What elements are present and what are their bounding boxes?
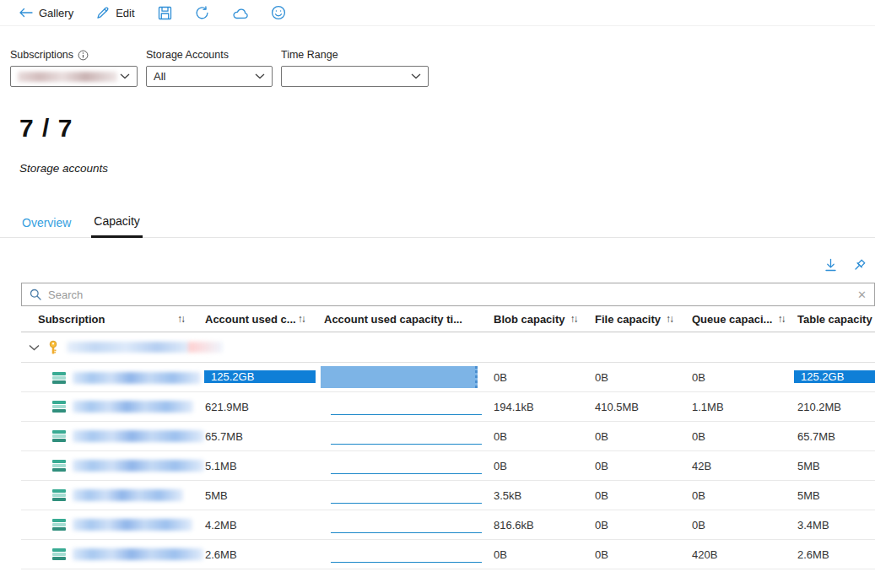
table-header-row: Subscription↑↓Account used c...↑↓Account… <box>21 306 875 332</box>
sort-icons[interactable]: ↑↓ <box>666 313 672 325</box>
subscription-group-row[interactable] <box>21 332 875 363</box>
subscriptions-dropdown[interactable] <box>10 66 138 87</box>
blob-capacity-cell: 816.6kB <box>486 510 587 539</box>
refresh-button[interactable] <box>195 6 209 20</box>
trend-sparkline <box>320 363 486 392</box>
column-header-account-used-capacity-ti: Account used capacity ti... <box>320 306 486 332</box>
accounts-caption: Storage accounts <box>19 162 875 175</box>
file-capacity-cell: 0B <box>587 510 684 539</box>
table-capacity-cell: 210.2MB <box>790 392 875 421</box>
sort-icons[interactable]: ↑↓ <box>298 313 305 325</box>
trend-flat-line <box>331 473 482 474</box>
column-header-account-used-c[interactable]: Account used c...↑↓ <box>204 306 320 332</box>
storage-accounts-value: All <box>154 70 165 83</box>
queue-capacity-cell: 1.1MB <box>684 392 790 421</box>
storage-accounts-dropdown[interactable]: All <box>146 66 273 87</box>
table-body: 125.2GB 0B 0B 0B 125.2GB 621.9MB 194.1kB… <box>21 363 875 569</box>
account-name-cell <box>21 422 204 450</box>
chevron-down-icon <box>411 73 421 79</box>
chevron-down-icon <box>120 73 130 79</box>
table-capacity-cell: 2.6MB <box>790 540 875 569</box>
column-header-file-capacity[interactable]: File capacity↑↓ <box>587 306 684 332</box>
gallery-label: Gallery <box>39 7 73 19</box>
search-bar: ✕ <box>21 283 875 306</box>
account-used-capacity-cell: 621.9MB <box>204 392 320 421</box>
search-icon <box>30 289 41 300</box>
table-row[interactable]: 5.1MB 0B 0B 42B 5MB <box>21 451 875 481</box>
column-header-blob-capacity[interactable]: Blob capacity↑↓ <box>486 306 587 332</box>
subscriptions-label: Subscriptions <box>10 49 73 61</box>
redacted-account-name <box>73 460 204 472</box>
column-header-queue-capaci[interactable]: Queue capaci...↑↓ <box>684 306 790 332</box>
save-button[interactable] <box>158 6 172 20</box>
blob-capacity-cell: 0B <box>486 540 587 569</box>
table-row[interactable]: 125.2GB 0B 0B 0B 125.2GB <box>21 363 875 392</box>
account-used-capacity-cell: 4.2MB <box>204 510 320 539</box>
account-name-cell <box>21 481 204 510</box>
share-button[interactable] <box>232 7 248 19</box>
redacted-account-name <box>73 401 193 413</box>
gallery-back-button[interactable]: Gallery <box>19 7 73 19</box>
filter-time-range: Time Range <box>281 49 429 87</box>
subscription-key-icon <box>47 340 59 355</box>
tab-strip: Overview Capacity <box>0 214 875 238</box>
table-row[interactable]: 65.7MB 0B 0B 0B 65.7MB <box>21 422 875 451</box>
storage-account-icon <box>52 548 66 560</box>
collapse-group-button[interactable] <box>27 339 41 355</box>
file-capacity-cell: 0B <box>587 481 684 510</box>
highlighted-value: 125.2GB <box>794 370 875 383</box>
sort-icons[interactable]: ↑↓ <box>570 313 577 325</box>
cloud-icon <box>232 7 248 19</box>
table-row[interactable]: 4.2MB 816.6kB 0B 0B 3.4MB <box>21 510 875 540</box>
sort-icons[interactable]: ↑↓ <box>777 313 784 325</box>
column-label: Table capacity <box>797 313 872 326</box>
column-header-subscription[interactable]: Subscription↑↓ <box>21 306 204 332</box>
file-capacity-cell: 0B <box>587 422 684 450</box>
table-capacity-cell: 125.2GB <box>790 363 875 392</box>
file-capacity-cell: 0B <box>587 540 684 569</box>
account-used-capacity-cell: 5.1MB <box>204 451 320 480</box>
table-capacity-cell: 5MB <box>790 481 875 510</box>
time-range-label: Time Range <box>281 49 338 61</box>
blob-capacity-cell: 194.1kB <box>486 392 587 421</box>
file-capacity-cell: 410.5MB <box>587 392 684 421</box>
table-row[interactable]: 2.6MB 0B 0B 420B 2.6MB <box>21 540 875 569</box>
edit-pencil-icon <box>96 6 110 19</box>
info-icon[interactable] <box>78 50 89 61</box>
capacity-grid: Subscription↑↓Account used c...↑↓Account… <box>21 306 875 569</box>
grid-toolbar <box>0 238 875 283</box>
export-download-button[interactable] <box>824 258 838 275</box>
table-row[interactable]: 5MB 3.5kB 0B 0B 5MB <box>21 481 875 510</box>
table-row[interactable]: 621.9MB 194.1kB 410.5MB 1.1MB 210.2MB <box>21 392 875 422</box>
account-name-cell <box>21 540 204 569</box>
column-label: Subscription <box>38 313 105 326</box>
queue-capacity-cell: 0B <box>684 481 790 510</box>
filter-bar: Subscriptions Storage Accounts All Time … <box>0 26 875 87</box>
trend-sparkline <box>320 392 486 421</box>
storage-accounts-label: Storage Accounts <box>146 49 229 61</box>
search-input[interactable] <box>48 289 857 301</box>
column-header-table-capacity: Table capacity <box>790 306 875 332</box>
trend-sparkline <box>320 422 486 450</box>
redacted-account-name <box>73 430 204 442</box>
sort-icons[interactable]: ↑↓ <box>177 313 184 325</box>
column-label: Account used c... <box>205 313 296 326</box>
pin-button[interactable] <box>852 258 867 275</box>
account-name-cell <box>21 451 204 480</box>
clear-search-icon[interactable]: ✕ <box>857 289 867 300</box>
table-capacity-cell: 5MB <box>790 451 875 480</box>
account-name-cell <box>21 392 204 421</box>
redacted-account-name <box>73 548 203 560</box>
feedback-button[interactable] <box>271 5 286 20</box>
queue-capacity-cell: 0B <box>684 422 790 450</box>
blob-capacity-cell: 0B <box>486 422 587 450</box>
time-range-dropdown[interactable] <box>281 66 429 87</box>
trend-area-full <box>321 366 478 388</box>
redacted-account-name <box>73 372 201 384</box>
tab-capacity[interactable]: Capacity <box>91 214 142 238</box>
edit-button[interactable]: Edit <box>96 6 134 19</box>
tab-overview[interactable]: Overview <box>19 216 73 237</box>
trend-sparkline <box>320 510 486 539</box>
chevron-down-icon <box>29 344 40 351</box>
chevron-down-icon <box>255 73 265 79</box>
